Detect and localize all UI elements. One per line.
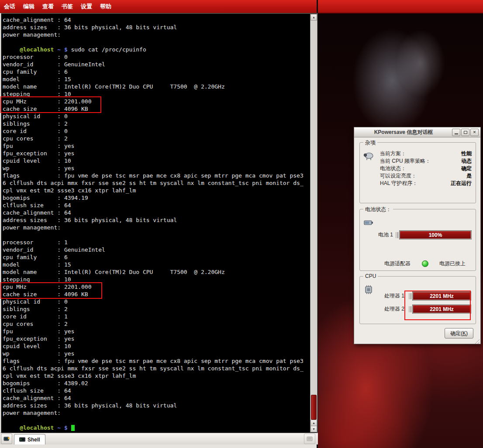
terminal-line: wp : yes: [3, 350, 310, 357]
terminal-line: fpu : yes: [3, 328, 310, 335]
terminal-line: processor : 0: [3, 53, 310, 61]
dialog-body: 杂项 当前方案： 性能 当前 CPU 频率策略： 动态: [354, 137, 480, 345]
terminal-line: bogomips : 4389.02: [3, 380, 310, 387]
terminal-line: power management:: [3, 224, 310, 231]
cpu-rows: 处理器 1 2201 MHz 处理器 2 2201 MHz: [384, 291, 471, 318]
scroll-down-button[interactable]: ▼: [310, 426, 317, 432]
menu-bar: 会话 编辑 查看 书签 设置 帮助: [0, 0, 317, 13]
ok-button[interactable]: 确定(K): [445, 328, 473, 339]
terminal-line: clflush size : 64: [3, 387, 310, 394]
terminal-line: cache_alignment : 64: [3, 16, 310, 24]
misc-row-brightness: 可以设定亮度： 是: [380, 172, 472, 180]
desktop-top-strip: [318, 0, 483, 14]
kpowersave-sheep-icon: [363, 150, 374, 161]
scrollbar-thumb[interactable]: [311, 395, 317, 420]
menu-session[interactable]: 会话: [0, 0, 19, 13]
misc-group-title: 杂项: [363, 139, 377, 147]
minimize-icon: [455, 133, 458, 134]
battery-row: 电池 1 100%: [378, 230, 472, 239]
battery-percent-text: 100%: [400, 231, 471, 239]
terminal-line: model name : Intel(R) Core(TM)2 Duo CPU …: [3, 83, 310, 90]
terminal-line: power management:: [3, 31, 310, 38]
terminal-line: siblings : 2: [3, 120, 310, 127]
terminal-line: cpu MHz : 2201.000: [3, 283, 310, 291]
terminal-line: model : 15: [3, 261, 310, 268]
menu-help[interactable]: 帮助: [96, 0, 115, 13]
dialog-title: KPowersave 信息对话框: [356, 129, 451, 136]
terminal-line: [3, 231, 310, 239]
terminal-line: physical id : 0: [3, 113, 310, 120]
terminal-line: core id : 0: [3, 127, 310, 135]
ac-adapter-row: 电源适配器 电源已接上: [384, 260, 466, 267]
close-button[interactable]: ✕: [470, 129, 479, 136]
terminal-line: [3, 38, 310, 46]
resize-grip[interactable]: [474, 338, 480, 344]
bar-grip: [409, 293, 411, 299]
bar-grip: [409, 306, 411, 312]
terminal-line: cpu family : 6: [3, 253, 310, 261]
maximize-button[interactable]: [461, 129, 469, 136]
scroll-up-button-2[interactable]: ▲: [310, 420, 317, 426]
terminal-line: cpu cores : 2: [3, 135, 310, 142]
terminal-line: bogomips : 4394.19: [3, 194, 310, 202]
battery-group-title: 电池状态：: [363, 206, 393, 213]
tab-bar: Shell: [0, 433, 318, 445]
cpu-group: CPU 处理器 1 2201 MHz: [359, 276, 476, 324]
terminal-line: fpu_exception : yes: [3, 150, 310, 157]
misc-rows: 当前方案： 性能 当前 CPU 频率策略： 动态 电池状态： 确定 可以设定亮度…: [380, 150, 472, 187]
terminal-line: address sizes : 36 bits physical, 48 bit…: [3, 24, 310, 31]
terminal-line: fpu_exception : yes: [3, 335, 310, 342]
terminal-line: physical id : 0: [3, 298, 310, 305]
kpowersave-dialog: KPowersave 信息对话框 ✕ 杂项 当前方案： 性能: [354, 127, 481, 344]
bar-grip: [396, 232, 398, 238]
terminal-line: cache_alignment : 64: [3, 209, 310, 216]
processor-2-label: 处理器 2: [384, 305, 409, 313]
cpu-row-1: 处理器 1 2201 MHz: [384, 291, 471, 301]
terminal-line: cpuid level : 10: [3, 342, 310, 350]
ac-adapter-status: 电源已接上: [439, 260, 466, 267]
terminal-line: flags : fpu vme de pse tsc msr pae mce c…: [3, 172, 310, 179]
minimize-button[interactable]: [452, 129, 460, 136]
terminal-line: @localhost ~ $ sudo cat /proc/cpuinfo: [3, 46, 310, 53]
menu-bookmarks[interactable]: 书签: [58, 0, 77, 13]
terminal-line: 6 clflush dts acpi mmx fxsr sse sse2 ss …: [3, 179, 310, 187]
terminal-line: address sizes : 36 bits physical, 48 bit…: [3, 216, 310, 224]
session-list-button[interactable]: [304, 434, 315, 444]
terminal-line: siblings : 2: [3, 305, 310, 313]
screen: 会话 编辑 查看 书签 设置 帮助 cache_alignment : 64ad…: [0, 0, 483, 448]
scroll-up-button[interactable]: ▲: [310, 14, 317, 21]
terminal-line: fpu : yes: [3, 142, 310, 150]
tab-shell-label: Shell: [28, 437, 40, 443]
maximize-icon: [464, 131, 467, 134]
misc-row-scheme: 当前方案： 性能: [380, 150, 472, 157]
terminal-line: cpuid level : 10: [3, 157, 310, 164]
menu-view[interactable]: 查看: [38, 0, 58, 13]
terminal-line: cpl vmx est tm2 ssse3 cx16 xtpr lahf_lm: [3, 187, 310, 194]
terminal-line: stepping : 10: [3, 276, 310, 283]
terminal-screen[interactable]: cache_alignment : 64address sizes : 36 b…: [2, 14, 310, 432]
dialog-titlebar[interactable]: KPowersave 信息对话框 ✕: [354, 127, 480, 137]
cpu-group-title: CPU: [363, 273, 378, 279]
ac-adapter-label: 电源适配器: [384, 260, 411, 267]
terminal-line: model name : Intel(R) Core(TM)2 Duo CPU …: [3, 268, 310, 276]
terminal-line: @localhost ~ $: [3, 424, 310, 431]
terminal-line: flags : fpu vme de pse tsc msr pae mce c…: [3, 357, 310, 365]
menu-edit[interactable]: 编辑: [19, 0, 38, 13]
session-list-icon: [307, 436, 313, 441]
terminal-line: vendor_id : GenuineIntel: [3, 61, 310, 68]
terminal-line: clflush size : 64: [3, 202, 310, 209]
terminal-scrollbar[interactable]: ▲ ▲ ▼: [310, 14, 317, 432]
new-session-button[interactable]: [1, 434, 12, 444]
terminal-line: wp : yes: [3, 164, 310, 172]
processor-1-freq-text: 2201 MHz: [413, 292, 471, 300]
terminal-line: stepping : 10: [3, 90, 310, 98]
misc-row-hal-daemon: HAL 守护程序： 正在运行: [380, 180, 472, 187]
menu-settings[interactable]: 设置: [77, 0, 96, 13]
dialog-footer: 确定(K): [445, 328, 473, 339]
terminal-line: cpu family : 6: [3, 68, 310, 75]
new-session-icon: [3, 436, 10, 442]
tab-shell[interactable]: Shell: [14, 434, 45, 445]
terminal-line: 6 clflush dts acpi mmx fxsr sse sse2 ss …: [3, 365, 310, 372]
battery-progressbar: 100%: [399, 230, 472, 239]
terminal-icon: [19, 437, 25, 442]
